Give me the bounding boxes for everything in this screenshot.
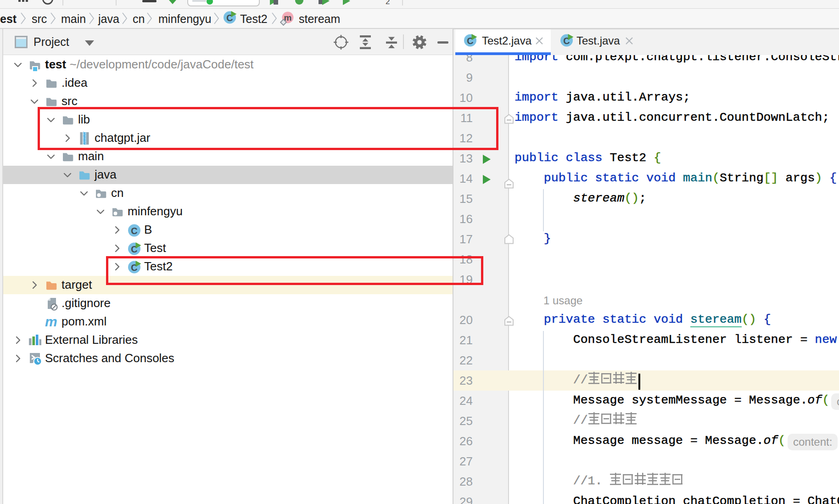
svg-text:C: C (131, 226, 137, 236)
